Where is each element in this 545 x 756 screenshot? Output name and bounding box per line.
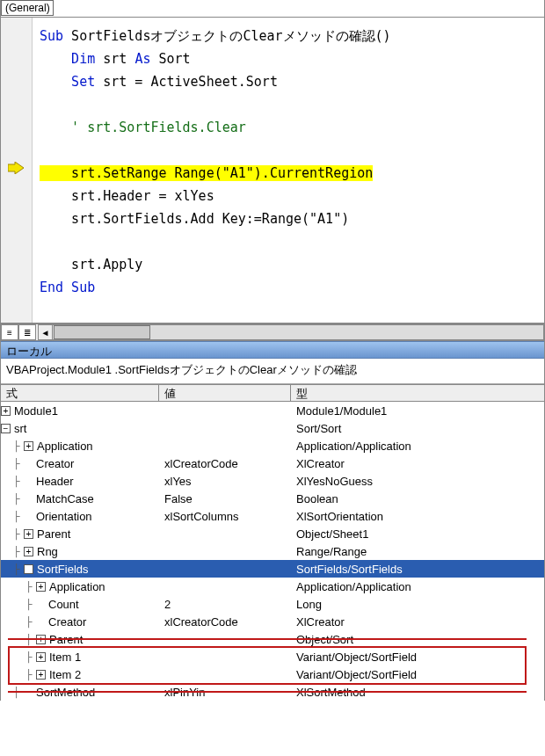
tree-branch-icon: ├ [25, 651, 33, 662]
tree-branch-icon: ├ [13, 528, 20, 539]
locals-value: xlSortColumns [159, 510, 291, 523]
expand-icon[interactable]: + [36, 582, 46, 592]
locals-type: Boolean [291, 492, 544, 505]
expand-icon[interactable]: + [24, 529, 33, 539]
tree-branch-icon: ├ [13, 687, 20, 697]
current-line-arrow-icon [8, 162, 24, 174]
locals-expr: Item 2 [49, 668, 81, 681]
locals-value: False [159, 492, 291, 505]
locals-type: XlCreator [291, 615, 544, 629]
code-token: srt.Apply [40, 257, 142, 273]
tree-branch-icon: ├ [13, 511, 20, 521]
locals-expr: Item 1 [49, 651, 81, 664]
expand-icon[interactable]: + [36, 652, 46, 662]
locals-header-type[interactable]: 型 [291, 385, 544, 401]
locals-row[interactable]: ├Count2Long [1, 595, 544, 613]
locals-expr: SortMethod [36, 686, 95, 699]
locals-type: SortFields/SortFields [291, 563, 544, 576]
locals-expr: Header [36, 475, 74, 488]
collapse-icon[interactable]: − [1, 424, 11, 433]
scroll-left-arrow-icon[interactable]: ◄ [39, 325, 53, 339]
code-hscrollbar[interactable]: ◄ [38, 324, 544, 340]
tree-branch-icon: ├ [13, 493, 20, 504]
procedure-view-button[interactable]: ≡ [1, 324, 18, 340]
locals-type: Range/Range [291, 545, 544, 558]
object-proc-bar: (General) [1, 0, 544, 18]
scroll-thumb[interactable] [54, 325, 150, 339]
locals-value: xlPinYin [159, 686, 291, 699]
full-module-view-button[interactable]: ≣ [18, 324, 36, 340]
tree-branch-icon: ├ [25, 669, 33, 680]
locals-expr: Creator [48, 615, 86, 629]
locals-expr: Creator [36, 457, 74, 470]
locals-row[interactable]: ├+ParentObject/Sort [1, 630, 544, 648]
locals-row[interactable]: +Module1Module1/Module1 [1, 402, 544, 419]
code-token: srt = ActiveSheet.Sort [95, 74, 278, 90]
locals-expr: Application [37, 440, 93, 453]
locals-type: XlSortMethod [291, 686, 544, 699]
locals-row[interactable]: ├+Item 1Variant/Object/SortField [1, 648, 544, 665]
locals-type: Application/Application [291, 580, 544, 593]
locals-expr: MatchCase [36, 492, 94, 505]
locals-header-value[interactable]: 値 [159, 385, 291, 401]
locals-expr: Rng [37, 545, 58, 558]
tree-branch-icon: ├ [13, 476, 20, 486]
locals-row[interactable]: ├HeaderxlYesXlYesNoGuess [1, 472, 544, 490]
tree-branch-icon: ├ [25, 634, 33, 644]
tree-branch-icon: ├ [25, 599, 33, 609]
locals-type: XlYesNoGuess [291, 475, 544, 488]
code-token: srt.Header = xlYes [40, 188, 214, 204]
tree-branch-icon: ├ [13, 440, 20, 451]
locals-row[interactable]: ├MatchCaseFalseBoolean [1, 490, 544, 507]
locals-value: xlYes [159, 475, 291, 488]
locals-value: xlCreatorCode [159, 615, 291, 629]
expand-icon[interactable]: + [36, 635, 46, 644]
expand-icon[interactable]: + [24, 547, 33, 556]
locals-row[interactable]: ├+ApplicationApplication/Application [1, 437, 544, 454]
code-token: Set [40, 74, 95, 90]
locals-type: Variant/Object/SortField [291, 668, 544, 681]
locals-body: +Module1Module1/Module1−srtSort/Sort├+Ap… [1, 402, 544, 701]
locals-type: Variant/Object/SortField [291, 651, 544, 664]
tree-branch-icon: ├ [13, 458, 20, 469]
locals-row[interactable]: ├−SortFieldsSortFields/SortFields [1, 560, 544, 578]
locals-expr: Application [49, 580, 105, 593]
code-gutter [1, 18, 33, 323]
expand-icon[interactable]: + [36, 670, 46, 680]
code-body[interactable]: Sub SortFieldsオブジェクトのClearメソッドの確認() Dim … [33, 18, 391, 323]
collapse-icon[interactable]: − [24, 564, 33, 574]
code-token: srt [95, 51, 134, 67]
locals-row[interactable]: ├CreatorxlCreatorCodeXlCreator [1, 613, 544, 630]
locals-value: 2 [159, 598, 291, 611]
locals-type: Module1/Module1 [291, 404, 544, 418]
locals-panel-title: ローカル [1, 341, 544, 359]
locals-row[interactable]: −srtSort/Sort [1, 419, 544, 437]
locals-row[interactable]: ├+RngRange/Range [1, 542, 544, 560]
locals-header-expression[interactable]: 式 [1, 385, 159, 401]
locals-expr: Module1 [14, 404, 58, 418]
locals-context: VBAProject.Module1 .SortFieldsオブジェクトのCle… [1, 359, 544, 384]
code-view-bar: ≡ ≣ ◄ [1, 323, 544, 341]
locals-row[interactable]: ├+ParentObject/Sheet1 [1, 525, 544, 542]
locals-row[interactable]: ├CreatorxlCreatorCodeXlCreator [1, 454, 544, 472]
code-current-line: srt.SetRange Range("A1").CurrentRegion [40, 165, 373, 181]
code-token: srt.SortFields.Add Key:=Range("A1") [40, 211, 349, 227]
locals-row[interactable]: ├SortMethodxlPinYinXlSortMethod [1, 683, 544, 701]
locals-row[interactable]: ├+Item 2Variant/Object/SortField [1, 665, 544, 683]
object-dropdown[interactable]: (General) [1, 0, 54, 16]
code-token: Sub [40, 28, 63, 44]
locals-row[interactable]: ├+ApplicationApplication/Application [1, 578, 544, 595]
expand-icon[interactable]: + [24, 441, 33, 451]
locals-row[interactable]: ├OrientationxlSortColumnsXlSortOrientati… [1, 507, 544, 525]
locals-type: Application/Application [291, 440, 544, 453]
svg-marker-0 [8, 162, 24, 174]
locals-value: xlCreatorCode [159, 457, 291, 470]
code-token: Sort [150, 51, 190, 67]
locals-type: Object/Sort [291, 633, 544, 646]
code-pane: Sub SortFieldsオブジェクトのClearメソッドの確認() Dim … [1, 18, 544, 323]
expand-icon[interactable]: + [1, 406, 11, 416]
locals-expr: Orientation [36, 510, 92, 523]
locals-type: XlSortOrientation [291, 510, 544, 523]
code-token: Dim [40, 51, 95, 67]
locals-expr: Parent [49, 633, 83, 646]
